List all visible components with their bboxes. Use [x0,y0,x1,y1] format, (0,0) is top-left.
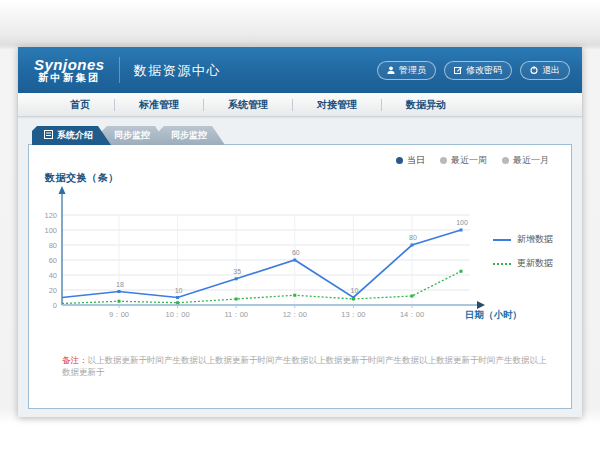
header-divider [119,57,120,83]
tab-bar: 系统介绍 同步监控 同步监控 [32,126,572,145]
radio-option-today[interactable]: 当日 [396,154,425,167]
header-actions: 管理员 修改密码 退出 [377,61,570,80]
tab-label: 同步监控 [171,129,207,142]
svg-text:10：00: 10：00 [166,310,190,319]
radio-option-last-week[interactable]: 最近一周 [440,154,487,167]
nav-item-home[interactable]: 首页 [46,98,114,112]
change-password-button[interactable]: 修改密码 [444,61,512,80]
solid-line-swatch [493,239,511,241]
tab-sync-monitor-2[interactable]: 同步监控 [159,126,225,145]
svg-text:10: 10 [175,287,183,294]
tab-label: 同步监控 [114,129,150,142]
svg-text:20: 20 [49,286,57,295]
document-icon [44,130,53,141]
app-window: Synjones 新中新集团 数据资源中心 管理员 修改密码 [18,47,582,417]
edit-icon [454,66,462,74]
svg-text:14：00: 14：00 [400,310,424,319]
legend-item-update-data[interactable]: 更新数据 [493,257,553,270]
svg-text:9：00: 9：00 [109,310,129,319]
svg-text:60: 60 [292,249,300,256]
legend-label: 新增数据 [517,233,553,246]
nav-item-system-management[interactable]: 系统管理 [204,98,292,112]
svg-text:100: 100 [456,219,468,226]
footnote: 备注：以上数据更新于时间产生数据以上数据更新于时间产生数据以上数据更新于时间产生… [62,354,552,378]
dotted-line-swatch [493,263,511,265]
logout-button[interactable]: 退出 [520,61,570,80]
page-title: 数据资源中心 [134,60,221,80]
radio-dot [440,157,447,164]
svg-text:35: 35 [233,268,241,275]
radio-label: 当日 [407,154,425,167]
user-button-label: 管理员 [399,64,426,77]
legend-label: 更新数据 [517,257,553,270]
nav-item-interface-management[interactable]: 对接管理 [293,98,381,112]
nav-item-standard-management[interactable]: 标准管理 [115,98,203,112]
svg-text:12：00: 12：00 [283,310,307,319]
svg-text:80: 80 [409,234,417,241]
radio-label: 最近一周 [451,154,487,167]
radio-dot [502,157,509,164]
svg-text:120: 120 [44,211,57,220]
svg-text:40: 40 [49,271,57,280]
content-area: 系统介绍 同步监控 同步监控 当日 最近一周 [18,117,582,417]
user-icon [387,66,395,74]
tab-system-intro[interactable]: 系统介绍 [32,126,111,145]
radio-label: 最近一月 [513,154,549,167]
logout-button-label: 退出 [542,64,560,77]
series-legend: 新增数据 更新数据 [493,233,553,281]
logo-brand-text: Synjones [34,57,105,72]
logo-company-text: 新中新集团 [34,72,105,84]
svg-text:80: 80 [49,241,57,250]
tab-sync-monitor-1[interactable]: 同步监控 [102,126,168,145]
svg-text:10: 10 [351,287,359,294]
svg-text:60: 60 [49,256,57,265]
radio-dot [396,157,403,164]
legend-item-new-data[interactable]: 新增数据 [493,233,553,246]
svg-text:13：00: 13：00 [341,310,365,319]
svg-text:100: 100 [44,226,57,235]
footnote-prefix: 备注： [62,355,88,365]
header: Synjones 新中新集团 数据资源中心 管理员 修改密码 [18,47,582,93]
line-chart: 0204060801001209：0010：0011：0012：0013：001… [36,185,536,325]
nav-item-data-change[interactable]: 数据异动 [382,98,470,112]
svg-text:18: 18 [116,281,124,288]
user-button[interactable]: 管理员 [377,61,436,80]
svg-text:0: 0 [53,301,57,310]
chart-panel: 当日 最近一周 最近一月 数据交换（条） 0204060801001209：00… [28,144,572,409]
footnote-body: 以上数据更新于时间产生数据以上数据更新于时间产生数据以上数据更新于时间产生数据以… [62,355,547,377]
logo: Synjones 新中新集团 [34,57,105,84]
svg-text:11：00: 11：00 [224,310,248,319]
tab-label: 系统介绍 [57,129,93,142]
time-range-filter: 当日 最近一周 最近一月 [396,154,549,167]
change-password-button-label: 修改密码 [466,64,502,77]
y-axis-title: 数据交换（条） [45,171,119,185]
x-axis-title: 日期（小时） [465,309,522,322]
nav-bar: 首页 标准管理 系统管理 对接管理 数据异动 [18,93,582,117]
power-icon [530,66,538,74]
radio-option-last-month[interactable]: 最近一月 [502,154,549,167]
